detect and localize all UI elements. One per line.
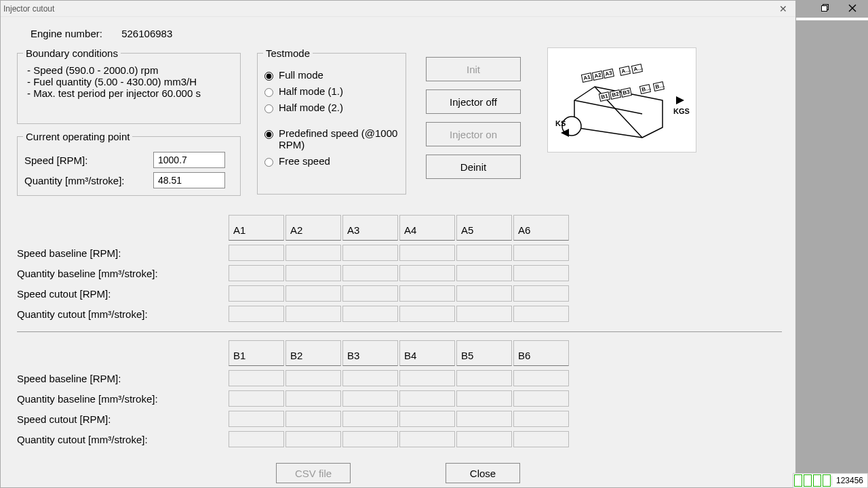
grid-cell: [513, 285, 569, 302]
injector-column-header[interactable]: B6: [513, 340, 569, 366]
grid-cell: [229, 431, 284, 447]
speed-input[interactable]: [153, 152, 225, 168]
grid-cell: [399, 431, 455, 447]
testmode-group: Testmode Full mode Half mode (1.) Half m…: [257, 47, 406, 195]
grid-cell: [513, 431, 569, 447]
testmode-half2-label: Half mode (2.): [279, 102, 343, 113]
testmode-predef-option[interactable]: Predefined speed (@1000 RPM): [264, 127, 399, 150]
status-bar: 123456: [793, 473, 868, 488]
grid-cell: [342, 285, 398, 302]
grid-cell: [229, 285, 284, 302]
engine-number-value: 526106983: [121, 28, 172, 39]
grid-cell: [513, 390, 569, 407]
grid-divider: [17, 331, 782, 332]
injector-column-header[interactable]: A2: [285, 215, 341, 241]
testmode-free-radio[interactable]: [264, 158, 273, 167]
injector-column-header[interactable]: A4: [399, 215, 455, 241]
grid-cell: [285, 306, 341, 322]
grid-row-label: Quantity cutout [mm³/stroke]:: [17, 434, 227, 445]
injector-column-header[interactable]: B4: [399, 340, 455, 366]
grid-cell: [456, 431, 512, 447]
close-icon[interactable]: [846, 2, 859, 14]
grid-cell: [399, 306, 455, 322]
injector-column-header[interactable]: B2: [285, 340, 341, 366]
testmode-full-radio[interactable]: [264, 72, 273, 81]
testmode-full-option[interactable]: Full mode: [264, 69, 399, 81]
injector-column-header[interactable]: A6: [513, 215, 569, 241]
grid-cell: [399, 265, 455, 281]
grid-cell: [456, 390, 512, 407]
grid-cell: [229, 245, 284, 261]
testmode-half1-option[interactable]: Half mode (1.): [264, 85, 399, 97]
grid-cell: [513, 245, 569, 261]
grid-cell: [342, 390, 398, 407]
testmode-predef-radio[interactable]: [264, 130, 273, 139]
grid-cell: [513, 265, 569, 281]
grid-cell: [342, 411, 398, 427]
testmode-half2-radio[interactable]: [264, 104, 273, 113]
svg-marker-30: [676, 96, 684, 104]
testmode-half1-label: Half mode (1.): [279, 85, 343, 97]
grid-row-label: Speed baseline [RPM]:: [17, 373, 227, 384]
boundary-conditions-group: Boundary conditions Speed (590.0 - 2000.…: [17, 47, 241, 124]
engine-number-label: Engine number:: [31, 28, 119, 39]
grid-cell: [285, 411, 341, 427]
testmode-predef-label: Predefined speed (@1000 RPM): [279, 127, 399, 150]
grid-cell: [285, 431, 341, 447]
close-icon[interactable]: ✕: [775, 3, 791, 14]
quantity-input[interactable]: [153, 172, 225, 188]
restore-icon[interactable]: [819, 2, 831, 14]
injector-column-header[interactable]: B5: [456, 340, 512, 366]
grid-row-label: Quantity baseline [mm³/stroke]:: [17, 268, 227, 279]
grid-cell: [229, 370, 284, 386]
grid-row-label: Speed baseline [RPM]:: [17, 247, 227, 259]
injector-on-button[interactable]: Injector on: [426, 122, 521, 146]
speed-label: Speed [RPM]:: [24, 155, 153, 166]
titlebar: Injector cutout ✕: [1, 1, 795, 17]
injector-column-header[interactable]: A5: [456, 215, 512, 241]
grid-cell: [456, 411, 512, 427]
grid-cell: [456, 285, 512, 302]
status-led: [794, 474, 802, 487]
grid-cell: [229, 265, 284, 281]
grid-cell: [229, 411, 284, 427]
grid-cell: [342, 265, 398, 281]
close-button[interactable]: Close: [446, 463, 520, 483]
grid-cell: [456, 265, 512, 281]
svg-line-6: [574, 100, 642, 114]
grid-cell: [342, 370, 398, 386]
grid-row-label: Speed cutout [RPM]:: [17, 288, 227, 300]
injector-grid-b: B1B2B3B4B5B6Speed baseline [RPM]:Quantit…: [17, 340, 782, 447]
injector-column-header[interactable]: B1: [229, 340, 284, 366]
grid-cell: [399, 370, 455, 386]
status-led: [823, 474, 831, 487]
testmode-full-label: Full mode: [279, 69, 323, 81]
testmode-free-label: Free speed: [279, 155, 330, 167]
svg-rect-1: [822, 6, 827, 12]
grid-cell: [342, 306, 398, 322]
init-button[interactable]: Init: [426, 57, 521, 81]
testmode-half1-radio[interactable]: [264, 88, 273, 97]
current-operating-point-group: Current operating point Speed [RPM]: Qua…: [17, 131, 241, 196]
boundary-item: Speed (590.0 - 2000.0) rpm: [27, 64, 233, 76]
grid-cell: [399, 411, 455, 427]
testmode-half2-option[interactable]: Half mode (2.): [264, 102, 399, 113]
injector-column-header[interactable]: B3: [342, 340, 398, 366]
grid-cell: [285, 370, 341, 386]
grid-cell: [285, 285, 341, 302]
deinit-button[interactable]: Deinit: [426, 155, 521, 179]
testmode-legend: Testmode: [263, 47, 313, 59]
injector-off-button[interactable]: Injector off: [426, 89, 521, 114]
svg-text:KGS: KGS: [673, 107, 690, 115]
injector-column-header[interactable]: A3: [342, 215, 398, 241]
grid-row-label: Quantity baseline [mm³/stroke]:: [17, 393, 227, 405]
testmode-free-option[interactable]: Free speed: [264, 155, 399, 167]
csv-file-button[interactable]: CSV file: [276, 463, 351, 483]
grid-cell: [399, 390, 455, 407]
grid-row-label: Speed cutout [RPM]:: [17, 413, 227, 425]
grid-cell: [456, 306, 512, 322]
grid-cell: [399, 285, 455, 302]
grid-cell: [513, 370, 569, 386]
injector-column-header[interactable]: A1: [229, 215, 284, 241]
status-number: 123456: [831, 476, 867, 485]
